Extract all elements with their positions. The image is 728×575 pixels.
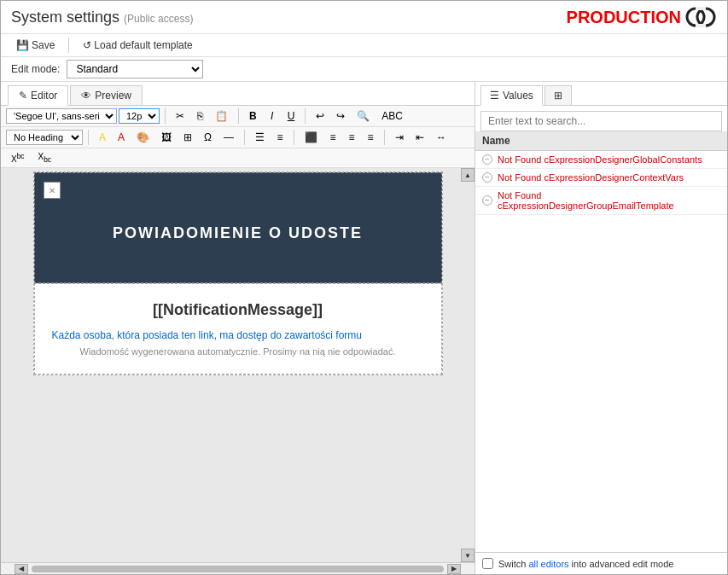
special-char-button[interactable]: Ω xyxy=(199,130,217,145)
spell-button[interactable]: ABC xyxy=(376,108,408,124)
save-label: Save xyxy=(32,39,55,51)
tab-editor[interactable]: ✎ Editor xyxy=(8,85,68,106)
undo-button[interactable]: ↩ xyxy=(311,108,329,124)
header-title-area: System settings (Public access) xyxy=(11,9,193,26)
editmode-label: Edit mode: xyxy=(11,63,60,75)
access-label: (Public access) xyxy=(124,13,193,25)
load-default-button[interactable]: ↺ Load default template xyxy=(78,38,197,53)
svg-point-1 xyxy=(697,9,714,26)
underline-button[interactable]: U xyxy=(282,108,300,124)
right-tab-grid[interactable]: ⊞ xyxy=(545,85,572,105)
rtl-button[interactable]: ↔ xyxy=(431,130,451,145)
row-label: Not Found cExpressionDesignerContextVars xyxy=(498,172,684,183)
grid-tab-icon: ⊞ xyxy=(554,90,562,102)
redo-button[interactable]: ↪ xyxy=(331,108,350,124)
underline-label: U xyxy=(288,110,295,122)
app-window: System settings (Public access) PRODUCTI… xyxy=(0,0,728,575)
collapse-icon: − xyxy=(482,154,492,165)
collapse-icon: − xyxy=(482,172,492,183)
bg-color-button[interactable]: 🎨 xyxy=(131,130,154,145)
content-area[interactable]: ✕ POWIADOMIENIE O UDOSTE [[NotificationM… xyxy=(1,168,475,562)
email-body-text: Każda osoba, która posiada ten link, ma … xyxy=(52,329,424,341)
para-toolbar: No Heading Heading 1 Heading 2 Heading 3… xyxy=(1,127,475,148)
script-toolbar: Xbc Xbc xyxy=(1,148,475,168)
toolbar1: 💾 Save ↺ Load default template xyxy=(1,34,727,57)
list-number-button[interactable]: ≡ xyxy=(271,130,288,145)
vscroll-track xyxy=(461,182,475,549)
sep2 xyxy=(238,108,239,124)
table-button[interactable]: ⊞ xyxy=(178,130,197,145)
cut-button[interactable]: ✂ xyxy=(171,108,189,124)
copy-button[interactable]: ⎘ xyxy=(191,108,208,124)
highlight-button[interactable]: A xyxy=(94,130,111,145)
hscroll-bar: ◀ ▶ xyxy=(1,562,475,574)
row-label: Not Found cExpressionDesignerGlobalConst… xyxy=(498,154,702,165)
search-area xyxy=(475,106,727,131)
separator xyxy=(68,38,69,53)
table-row[interactable]: − Not Found cExpressionDesignerGroupEmai… xyxy=(475,187,727,215)
subscript-button[interactable]: Xbc xyxy=(32,150,55,166)
refresh-icon: ↺ xyxy=(83,39,91,51)
right-tab-values[interactable]: ☰ Values xyxy=(480,85,543,106)
email-logo-placeholder: ✕ xyxy=(44,182,61,199)
hr-button[interactable]: — xyxy=(218,130,239,145)
footer-text: Switch all editors into advanced edit mo… xyxy=(498,559,673,569)
align-center-button[interactable]: ≡ xyxy=(324,130,341,145)
bold-label: B xyxy=(249,110,257,122)
editmode-select[interactable]: Standard Advanced xyxy=(67,60,203,78)
font-color-button[interactable]: A xyxy=(113,130,130,145)
find-button[interactable]: 🔍 xyxy=(352,108,375,124)
indent-button[interactable]: ⇥ xyxy=(390,130,409,145)
vscroll-up[interactable]: ▲ xyxy=(461,168,475,182)
heading-select[interactable]: No Heading Heading 1 Heading 2 Heading 3 xyxy=(6,130,83,145)
hscroll-right[interactable]: ▶ xyxy=(447,564,461,574)
search-input[interactable] xyxy=(480,111,722,131)
vscroll-down[interactable]: ▼ xyxy=(461,549,475,562)
table-row[interactable]: − Not Found cExpressionDesignerGlobalCon… xyxy=(475,151,727,169)
email-template: ✕ POWIADOMIENIE O UDOSTE [[NotificationM… xyxy=(33,171,443,375)
editor-panel: ✎ Editor 👁 Preview 'Segoe UI', sans-seri… xyxy=(1,82,475,574)
advanced-mode-checkbox[interactable] xyxy=(482,558,493,569)
production-badge: PRODUCTION xyxy=(567,6,717,28)
vscroll-bar: ▲ ▼ xyxy=(461,168,475,562)
save-button[interactable]: 💾 Save xyxy=(11,38,60,53)
list-bullet-button[interactable]: ☰ xyxy=(250,130,270,145)
table-header: Name xyxy=(475,131,727,151)
sep6 xyxy=(294,130,294,145)
load-label: Load default template xyxy=(94,39,192,51)
email-header-text: POWIADOMIENIE O UDOSTE xyxy=(52,190,424,242)
infinity-icon xyxy=(684,6,717,28)
email-header-block: ✕ POWIADOMIENIE O UDOSTE xyxy=(34,172,442,283)
align-left-button[interactable]: ⬛ xyxy=(300,130,323,145)
values-tab-icon: ☰ xyxy=(490,90,499,102)
font-family-select[interactable]: 'Segoe UI', sans-serif xyxy=(6,108,117,124)
italic-label: I xyxy=(271,110,273,122)
align-right-button[interactable]: ≡ xyxy=(343,130,360,145)
outdent-button[interactable]: ⇤ xyxy=(411,130,429,145)
font-toolbar: 'Segoe UI', sans-serif 12pt ✂ ⎘ 📋 B I U xyxy=(1,106,475,127)
superscript-button[interactable]: Xbc xyxy=(6,150,29,166)
sep7 xyxy=(384,130,385,145)
sep5 xyxy=(244,130,245,145)
preview-tab-label: Preview xyxy=(95,90,131,102)
table-row[interactable]: − Not Found cExpressionDesignerContextVa… xyxy=(475,169,727,187)
paste-button[interactable]: 📋 xyxy=(210,108,233,124)
production-label: PRODUCTION xyxy=(567,8,681,27)
italic-button[interactable]: I xyxy=(264,108,281,124)
image-button[interactable]: 🖼 xyxy=(156,130,177,145)
editor-tab-icon: ✎ xyxy=(19,90,27,102)
tab-preview[interactable]: 👁 Preview xyxy=(70,85,143,105)
align-justify-button[interactable]: ≡ xyxy=(362,130,379,145)
header: System settings (Public access) PRODUCTI… xyxy=(1,1,727,34)
bold-button[interactable]: B xyxy=(244,108,262,124)
tabs-row: ✎ Editor 👁 Preview xyxy=(1,82,475,106)
hscroll-left[interactable]: ◀ xyxy=(15,564,28,574)
sep4 xyxy=(88,130,89,145)
page-title: System settings (Public access) xyxy=(11,9,193,26)
font-size-select[interactable]: 12pt xyxy=(119,108,160,124)
email-notification-placeholder: [[NotificationMessage]] xyxy=(52,301,424,319)
email-body-block: [[NotificationMessage]] Każda osoba, któ… xyxy=(34,283,442,375)
email-footer-text: Wiadomość wygenerowana automatycznie. Pr… xyxy=(52,346,424,357)
hscroll-thumb[interactable] xyxy=(32,566,444,572)
row-label: Not Found cExpressionDesignerGroupEmailT… xyxy=(498,190,720,211)
